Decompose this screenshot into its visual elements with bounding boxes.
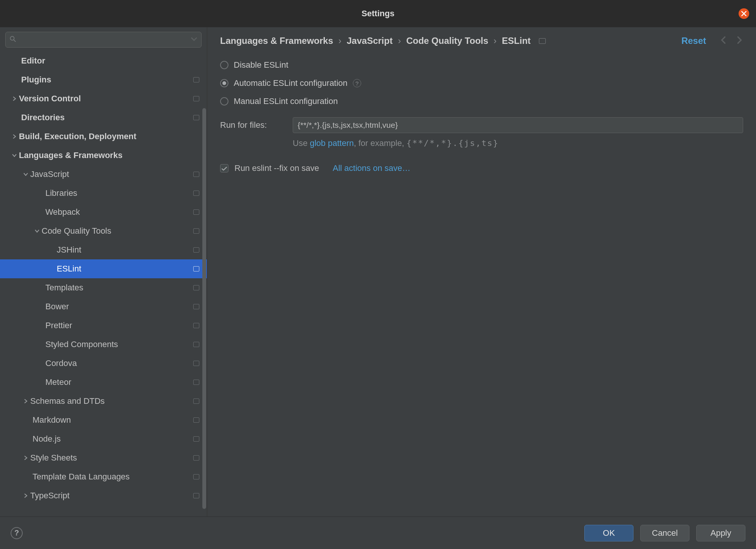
sidebar-item[interactable]: Libraries — [0, 184, 207, 203]
sidebar-item[interactable]: Directories — [0, 108, 207, 127]
radio-label: Disable ESLint — [234, 60, 288, 70]
sidebar-item-label: Bower — [45, 302, 69, 312]
reset-link[interactable]: Reset — [681, 36, 706, 46]
glob-pattern-link[interactable]: glob pattern — [310, 138, 354, 148]
sidebar-item[interactable]: Plugins — [0, 70, 207, 89]
chevron-right-icon — [21, 493, 30, 498]
project-badge-icon — [193, 285, 199, 290]
sidebar-item-label: Style Sheets — [30, 453, 77, 463]
sidebar-item[interactable]: Code Quality Tools — [0, 222, 207, 240]
help-button[interactable]: ? — [11, 527, 23, 539]
chevron-down-icon — [21, 172, 30, 177]
search-field[interactable] — [5, 32, 202, 48]
radio-icon — [220, 97, 228, 105]
scrollbar[interactable] — [202, 108, 206, 509]
chevron-right-icon — [10, 96, 19, 101]
sidebar-item[interactable]: Node.js — [0, 430, 207, 448]
close-icon — [741, 9, 747, 18]
sidebar-item[interactable]: Prettier — [0, 316, 207, 335]
chevron-right-icon: › — [494, 36, 497, 46]
chevron-down-icon — [33, 229, 42, 233]
chevron-right-icon — [21, 456, 30, 460]
run-for-files-label: Run for files: — [220, 120, 284, 130]
sidebar-item-label: Webpack — [45, 207, 80, 217]
sidebar-item-label: Directories — [21, 113, 65, 123]
breadcrumb-item[interactable]: Code Quality Tools — [406, 36, 488, 46]
breadcrumb-item[interactable]: JavaScript — [347, 36, 393, 46]
project-badge-icon — [193, 191, 199, 196]
sidebar-item-label: Languages & Frameworks — [19, 150, 123, 160]
sidebar-item[interactable]: Template Data Languages — [0, 467, 207, 486]
fix-on-save-label: Run eslint --fix on save — [234, 163, 319, 173]
project-badge-icon — [193, 209, 199, 215]
sidebar-item-label: Markdown — [33, 415, 71, 425]
radio-icon — [220, 79, 228, 87]
radio-disable-eslint[interactable]: Disable ESLint — [220, 56, 743, 74]
close-button[interactable] — [739, 8, 749, 19]
sidebar-item[interactable]: Version Control — [0, 89, 207, 108]
sidebar-item[interactable]: JSHint — [0, 240, 207, 259]
project-badge-icon — [193, 172, 199, 177]
settings-tree[interactable]: EditorPluginsVersion ControlDirectoriesB… — [0, 51, 207, 516]
all-actions-on-save-link[interactable]: All actions on save… — [333, 163, 410, 173]
radio-label: Manual ESLint configuration — [234, 96, 338, 106]
search-input[interactable] — [19, 36, 188, 44]
fix-on-save-checkbox[interactable] — [220, 164, 228, 172]
radio-auto-eslint[interactable]: Automatic ESLint configuration ? — [220, 74, 743, 92]
sidebar-item[interactable]: Editor — [0, 51, 207, 70]
ok-button[interactable]: OK — [584, 525, 633, 541]
run-for-files-hint: Use glob pattern, for example, {**/*,*}.… — [293, 138, 743, 148]
help-icon[interactable]: ? — [353, 79, 361, 87]
project-badge-icon — [193, 417, 199, 423]
project-badge-icon — [193, 493, 199, 498]
sidebar-item[interactable]: JavaScript — [0, 165, 207, 184]
project-badge-icon — [193, 96, 199, 101]
sidebar-item[interactable]: Meteor — [0, 373, 207, 392]
back-icon[interactable] — [720, 36, 728, 46]
svg-line-1 — [14, 40, 16, 41]
radio-manual-eslint[interactable]: Manual ESLint configuration — [220, 92, 743, 110]
project-badge-icon — [193, 474, 199, 479]
project-badge-icon — [193, 380, 199, 385]
project-badge-icon — [539, 38, 546, 44]
sidebar-item-label: JavaScript — [30, 169, 69, 179]
project-badge-icon — [193, 77, 199, 82]
sidebar-item-label: Schemas and DTDs — [30, 396, 105, 406]
chevron-right-icon: › — [398, 36, 401, 46]
sidebar-item-label: Styled Components — [45, 340, 118, 349]
chevron-down-icon — [191, 36, 197, 44]
settings-content: Languages & Frameworks › JavaScript › Co… — [207, 27, 756, 516]
sidebar-item-label: Template Data Languages — [33, 472, 130, 482]
run-for-files-input[interactable] — [293, 117, 743, 133]
sidebar-item[interactable]: Styled Components — [0, 335, 207, 354]
project-badge-icon — [193, 115, 199, 120]
sidebar-item[interactable]: Markdown — [0, 411, 207, 430]
apply-button[interactable]: Apply — [696, 525, 745, 541]
dialog-footer: ? OK Cancel Apply — [0, 516, 756, 549]
cancel-button[interactable]: Cancel — [640, 525, 689, 541]
sidebar-item[interactable]: Bower — [0, 297, 207, 316]
sidebar-item-label: Templates — [45, 283, 83, 293]
breadcrumb-item: ESLint — [502, 36, 531, 46]
chevron-right-icon — [10, 134, 19, 139]
sidebar-item[interactable]: Webpack — [0, 203, 207, 222]
sidebar-item[interactable]: Build, Execution, Deployment — [0, 127, 207, 146]
forward-icon[interactable] — [735, 36, 743, 46]
checkmark-icon — [222, 163, 227, 173]
sidebar-item[interactable]: ESLint — [0, 259, 207, 278]
sidebar-item-label: Version Control — [19, 94, 81, 104]
sidebar-item[interactable]: Schemas and DTDs — [0, 392, 207, 411]
sidebar-item[interactable]: Languages & Frameworks — [0, 146, 207, 165]
sidebar-item[interactable]: TypeScript — [0, 486, 207, 505]
svg-point-0 — [10, 36, 14, 40]
search-icon — [9, 36, 16, 44]
sidebar-item[interactable]: Cordova — [0, 354, 207, 373]
project-badge-icon — [193, 436, 199, 442]
sidebar-item[interactable]: Templates — [0, 278, 207, 297]
project-badge-icon — [193, 304, 199, 309]
radio-icon — [220, 61, 228, 69]
sidebar-item[interactable]: Style Sheets — [0, 448, 207, 467]
sidebar-item-label: Cordova — [45, 358, 77, 368]
breadcrumb-item[interactable]: Languages & Frameworks — [220, 36, 333, 46]
project-badge-icon — [193, 455, 199, 461]
